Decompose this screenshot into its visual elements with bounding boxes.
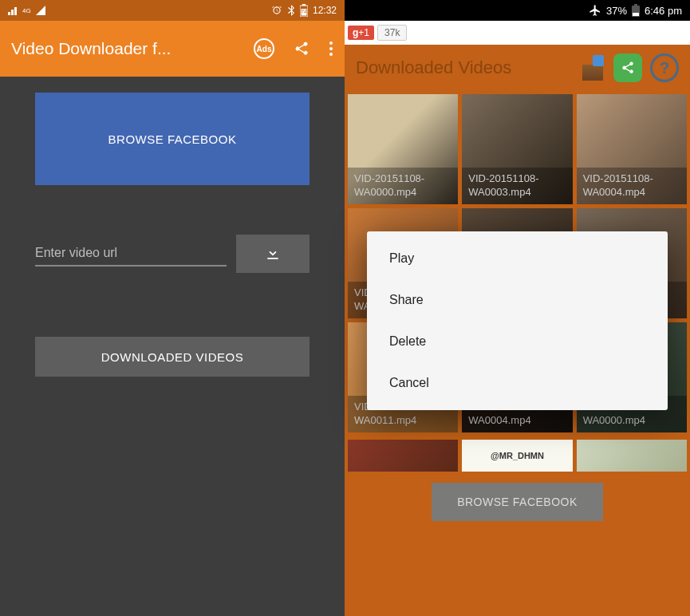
network-label: 4G: [22, 7, 31, 14]
video-item[interactable]: @MR_DHMN: [462, 440, 572, 472]
signal-bars-icon: [36, 6, 45, 15]
svg-point-4: [329, 41, 333, 45]
video-url-input[interactable]: [35, 241, 227, 267]
battery-icon: [632, 4, 640, 17]
svg-point-6: [329, 53, 333, 56]
share-icon: [621, 61, 635, 75]
svg-rect-9: [633, 13, 639, 16]
downloaded-videos-button[interactable]: DOWNLOADED VIDEOS: [35, 337, 310, 377]
video-item[interactable]: VID-20151108-WA0000.mp4: [348, 94, 458, 204]
dialog-play[interactable]: Play: [367, 238, 668, 279]
video-grid-row-partial: @MR_DHMN: [345, 440, 690, 472]
app-bar: Downloaded Videos ?: [345, 45, 690, 91]
time-label: 12:32: [313, 5, 337, 16]
app-title: Video Downloader f...: [11, 39, 171, 58]
video-label: VID-20151108-WA0003.mp4: [462, 168, 572, 204]
right-screen: 37% 6:46 pm g+1 37k Downloaded Videos: [345, 0, 690, 616]
google-plus-row: g+1 37k: [345, 21, 690, 45]
bluetooth-icon: [287, 5, 295, 16]
context-menu-dialog: Play Share Delete Cancel: [367, 231, 668, 410]
page-title: Downloaded Videos: [356, 57, 511, 78]
time-label: 6:46 pm: [645, 5, 682, 17]
battery-icon: 72: [300, 4, 308, 17]
dialog-delete[interactable]: Delete: [367, 321, 668, 362]
left-screen: 4G 72 12:32 Video Downloader f...: [0, 0, 345, 616]
video-item[interactable]: VID-20151108-WA0003.mp4: [462, 94, 572, 204]
airplane-icon: [589, 4, 601, 17]
help-button[interactable]: ?: [650, 53, 679, 82]
apps-toolbox-icon[interactable]: [580, 55, 605, 81]
url-input-row: [35, 235, 310, 273]
video-label: VID-20151108-WA0000.mp4: [348, 168, 458, 204]
share-icon[interactable]: [294, 41, 310, 57]
download-icon: [265, 246, 281, 262]
dialog-share[interactable]: Share: [367, 279, 668, 321]
app-bar: Video Downloader f... Ads: [0, 21, 345, 77]
google-plus-count: 37k: [377, 25, 407, 41]
status-bar: 37% 6:46 pm: [345, 0, 690, 21]
svg-text:72: 72: [302, 9, 307, 14]
svg-rect-8: [634, 4, 637, 6]
handle-label: @MR_DHMN: [491, 451, 544, 460]
browse-facebook-button[interactable]: BROWSE FACEBOOK: [432, 483, 603, 521]
share-button[interactable]: [613, 53, 642, 82]
alarm-icon: [271, 5, 282, 16]
browse-facebook-button[interactable]: BROWSE FACEBOOK: [35, 93, 310, 185]
status-bar: 4G 72 12:32: [0, 0, 345, 21]
ads-badge-icon[interactable]: Ads: [254, 38, 274, 59]
battery-pct-label: 37%: [606, 5, 627, 17]
video-item[interactable]: [348, 440, 458, 472]
overflow-menu-icon[interactable]: [329, 41, 333, 57]
main-content: BROWSE FACEBOOK DOWNLOADED VIDEOS: [0, 77, 345, 377]
download-button[interactable]: [236, 235, 310, 273]
svg-rect-1: [302, 4, 306, 6]
video-item[interactable]: VID-20151108-WA0004.mp4: [577, 94, 687, 204]
google-plus-button[interactable]: g+1: [348, 26, 374, 40]
signal-icon: [8, 6, 19, 15]
video-label: VID-20151108-WA0004.mp4: [577, 168, 687, 204]
dialog-cancel[interactable]: Cancel: [367, 362, 668, 404]
video-item[interactable]: [577, 440, 687, 472]
svg-point-5: [329, 47, 333, 50]
gplus-plus-one: +1: [358, 27, 369, 38]
